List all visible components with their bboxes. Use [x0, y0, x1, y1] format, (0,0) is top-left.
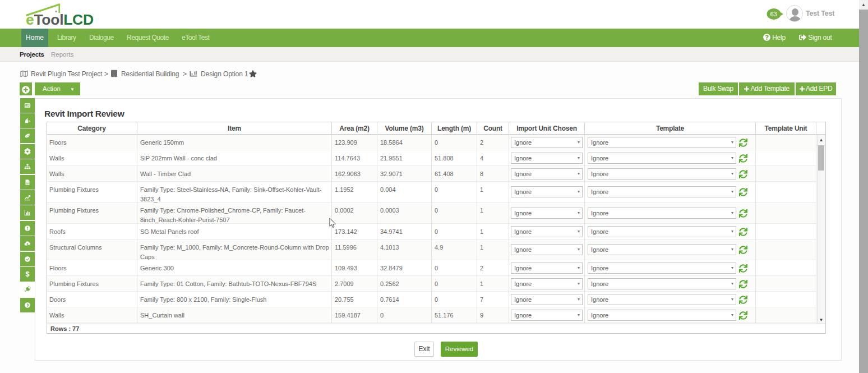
svg-text:eToolLCD: eToolLCD [26, 11, 94, 28]
svg-text:63: 63 [770, 11, 777, 17]
